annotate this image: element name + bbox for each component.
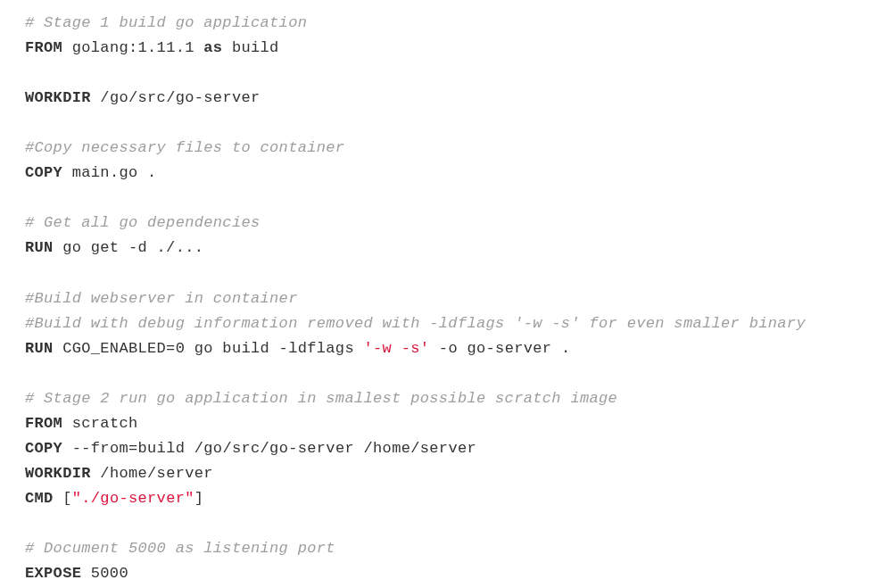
normal-token: --from=build /go/src/go-server /home/ser… — [62, 440, 476, 457]
code-line-14 — [25, 361, 852, 386]
code-line-3: WORKDIR /go/src/go-server — [25, 86, 852, 111]
code-line-11: #Build webserver in container — [25, 286, 852, 311]
code-line-10 — [25, 261, 852, 286]
code-line-7 — [25, 186, 852, 211]
code-line-17: COPY --from=build /go/src/go-server /hom… — [25, 436, 852, 461]
code-line-1: FROM golang:1.11.1 as build — [25, 36, 852, 61]
code-line-19: CMD ["./go-server"] — [25, 486, 852, 511]
code-line-5: #Copy necessary files to container — [25, 136, 852, 161]
keyword-token: as — [203, 39, 222, 56]
normal-token: [ — [54, 490, 72, 507]
code-line-20 — [25, 511, 852, 536]
comment-text: # Stage 1 build go application — [25, 14, 307, 31]
normal-token: main.go . — [62, 164, 156, 181]
code-line-18: WORKDIR /home/server — [25, 461, 852, 486]
comment-text: #Build with debug information removed wi… — [25, 315, 806, 332]
code-line-13: RUN CGO_ENABLED=0 go build -ldflags '-w … — [25, 336, 852, 361]
code-line-16: FROM scratch — [25, 411, 852, 436]
keyword-token: FROM — [25, 415, 62, 432]
normal-token: 5000 — [81, 565, 128, 582]
normal-token: scratch — [62, 415, 137, 432]
normal-token: CGO_ENABLED=0 go build -ldflags — [54, 340, 364, 357]
code-line-6: COPY main.go . — [25, 161, 852, 186]
keyword-token: EXPOSE — [25, 565, 81, 582]
code-line-21: # Document 5000 as listening port — [25, 536, 852, 561]
normal-token: ] — [194, 490, 204, 507]
keyword-token: WORKDIR — [25, 465, 91, 482]
keyword-token: CMD — [25, 490, 54, 507]
keyword-token: RUN — [25, 239, 54, 256]
normal-token: /home/server — [91, 465, 213, 482]
string-token: '-w -s' — [364, 340, 430, 357]
comment-text: # Document 5000 as listening port — [25, 540, 335, 557]
code-line-4 — [25, 111, 852, 136]
comment-text: # Stage 2 run go application in smallest… — [25, 390, 617, 407]
comment-text: #Build webserver in container — [25, 290, 298, 307]
normal-token: /go/src/go-server — [91, 89, 261, 106]
normal-token: go get -d ./... — [54, 239, 204, 256]
keyword-token: WORKDIR — [25, 89, 91, 106]
code-line-2 — [25, 61, 852, 86]
code-line-9: RUN go get -d ./... — [25, 236, 852, 261]
normal-token: build — [222, 39, 278, 56]
keyword-token: COPY — [25, 164, 62, 181]
normal-token: golang:1.11.1 — [62, 39, 203, 56]
code-line-0: # Stage 1 build go application — [25, 11, 852, 36]
keyword-token: FROM — [25, 39, 62, 56]
string-token: "./go-server" — [72, 490, 194, 507]
comment-text: #Copy necessary files to container — [25, 139, 344, 156]
code-line-22: EXPOSE 5000 — [25, 561, 852, 586]
keyword-token: RUN — [25, 340, 54, 357]
code-line-15: # Stage 2 run go application in smallest… — [25, 386, 852, 411]
dockerfile-code: # Stage 1 build go applicationFROM golan… — [25, 11, 852, 586]
comment-text: # Get all go dependencies — [25, 214, 261, 231]
code-line-12: #Build with debug information removed wi… — [25, 311, 852, 336]
code-line-8: # Get all go dependencies — [25, 211, 852, 236]
keyword-token: COPY — [25, 440, 62, 457]
normal-token: -o go-server . — [429, 340, 570, 357]
